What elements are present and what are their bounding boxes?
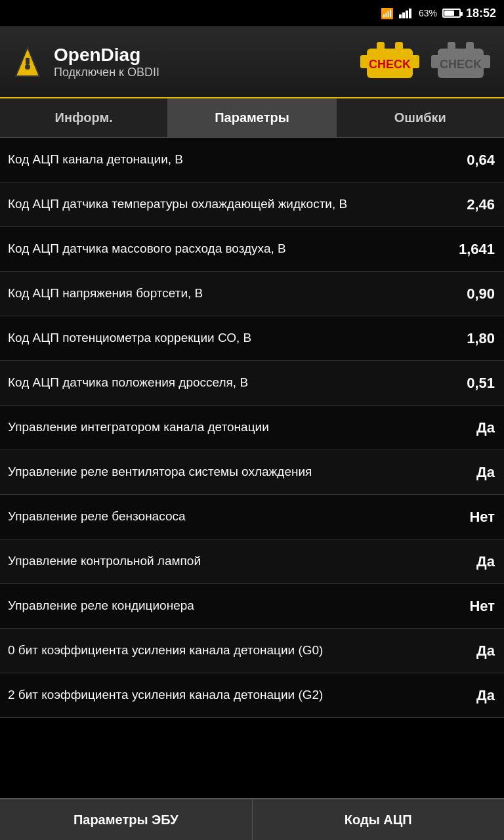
row-value: 1,641: [445, 238, 504, 261]
battery-percent: 63%: [419, 8, 437, 18]
main-content: Код АЦП канала детонации, В0,64Код АЦП д…: [0, 138, 504, 798]
row-label: 0 бит коэффициента усиления канала детон…: [0, 640, 445, 662]
table-row: Код АЦП напряжения бортсети, В0,90: [0, 272, 504, 316]
row-label: Управление реле бензонасоса: [0, 506, 445, 528]
row-label: Управление реле кондиционера: [0, 595, 445, 617]
data-list: Код АЦП канала детонации, В0,64Код АЦП д…: [0, 138, 504, 718]
header-text-block: OpenDiag Подключен к OBDII: [54, 45, 357, 79]
svg-rect-3: [409, 9, 411, 18]
svg-rect-15: [480, 55, 490, 68]
row-value: Нет: [445, 506, 504, 528]
svg-rect-9: [410, 55, 419, 68]
app-subtitle: Подключен к OBDII: [54, 66, 357, 79]
svg-rect-1: [402, 12, 405, 18]
bottom-nav: Параметры ЭБУ Коды АЦП: [0, 798, 504, 840]
row-label: Управление контрольной лампой: [0, 551, 445, 572]
tab-errors[interactable]: Ошибки: [337, 98, 504, 137]
row-label: Код АЦП датчика температуры охлаждающей …: [0, 194, 445, 215]
row-label: Код АЦП датчика положения дросселя, В: [0, 372, 445, 394]
row-value: Да: [445, 684, 504, 707]
table-row: Управление интегратором канала детонации…: [0, 406, 504, 450]
check-engine-yellow[interactable]: CHECK: [357, 32, 423, 91]
row-label: Код АЦП канала детонации, В: [0, 149, 445, 171]
svg-rect-11: [395, 42, 403, 52]
row-label: Код АЦП потенциометра коррекции СО, В: [0, 327, 445, 349]
table-row: Управление реле бензонасосаНет: [0, 495, 504, 539]
status-time: 18:52: [466, 7, 496, 20]
app-logo: [10, 45, 45, 79]
row-label: 2 бит коэффициента усиления канала детон…: [0, 684, 445, 706]
bottom-btn-ecu[interactable]: Параметры ЭБУ: [0, 799, 253, 840]
row-value: Да: [445, 551, 504, 573]
row-value: Да: [445, 417, 504, 439]
table-row: Управление реле кондиционераНет: [0, 584, 504, 629]
status-bar: 📶 63% 18:52: [0, 0, 504, 26]
svg-rect-16: [448, 42, 455, 52]
row-value: Да: [445, 640, 504, 662]
signal-icon: [399, 8, 413, 18]
bluetooth-icon: 📶: [381, 7, 394, 20]
row-value: 0,64: [445, 149, 504, 171]
check-engine-gray[interactable]: CHECK: [428, 32, 494, 91]
tab-info[interactable]: Информ.: [0, 98, 168, 137]
tab-bar: Информ. Параметры Ошибки: [0, 98, 504, 138]
svg-text:CHECK: CHECK: [369, 58, 411, 71]
svg-rect-0: [399, 14, 402, 18]
svg-text:CHECK: CHECK: [440, 58, 482, 71]
svg-rect-17: [466, 42, 474, 52]
table-row: Код АЦП канала детонации, В0,64: [0, 138, 504, 182]
svg-rect-6: [26, 58, 30, 64]
row-value: Нет: [445, 595, 504, 618]
svg-point-5: [25, 64, 30, 70]
app-header: OpenDiag Подключен к OBDII CHECK: [0, 26, 504, 98]
table-row: 2 бит коэффициента усиления канала детон…: [0, 673, 504, 718]
row-label: Управление реле вентилятора системы охла…: [0, 461, 445, 483]
table-row: Код АЦП датчика положения дросселя, В0,5…: [0, 361, 504, 406]
app-title: OpenDiag: [54, 45, 357, 66]
row-value: 2,46: [445, 194, 504, 216]
table-row: Управление реле вентилятора системы охла…: [0, 450, 504, 495]
table-row: Управление контрольной лампойДа: [0, 539, 504, 584]
row-value: 0,51: [445, 372, 504, 394]
row-value: 1,80: [445, 327, 504, 350]
table-row: 0 бит коэффициента усиления канала детон…: [0, 629, 504, 673]
row-label: Управление интегратором канала детонации: [0, 417, 445, 438]
table-row: Код АЦП потенциометра коррекции СО, В1,8…: [0, 316, 504, 361]
table-row: Код АЦП датчика температуры охлаждающей …: [0, 182, 504, 227]
tab-params[interactable]: Параметры: [168, 98, 336, 137]
bottom-btn-adc[interactable]: Коды АЦП: [253, 799, 505, 840]
svg-rect-2: [406, 10, 408, 18]
battery-icon: [442, 9, 461, 18]
row-label: Код АЦП напряжения бортсети, В: [0, 283, 445, 304]
svg-rect-10: [377, 42, 385, 52]
row-value: Да: [445, 461, 504, 484]
row-label: Код АЦП датчика массового расхода воздух…: [0, 238, 445, 260]
check-engine-icons: CHECK CHECK: [357, 32, 494, 91]
row-value: 0,90: [445, 283, 504, 305]
table-row: Код АЦП датчика массового расхода воздух…: [0, 227, 504, 272]
